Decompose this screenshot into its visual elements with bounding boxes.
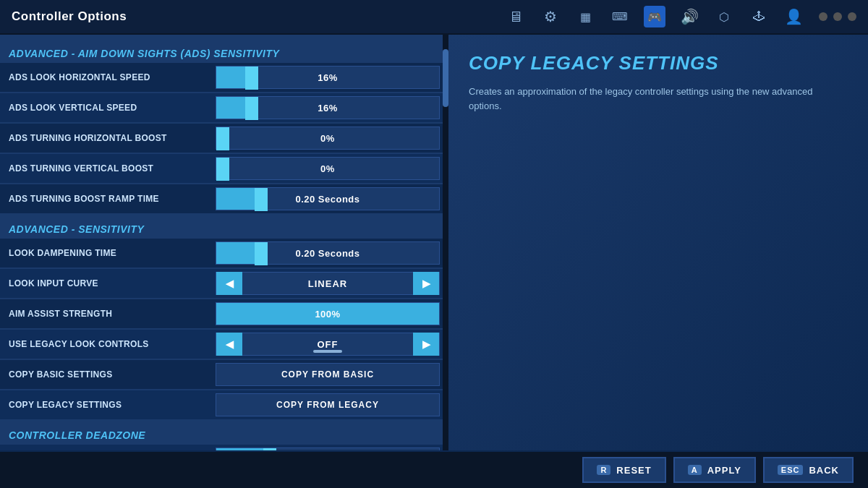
control-aim-assist[interactable]: 100%: [216, 299, 440, 328]
label-ads-vert-boost: ADS TURNING VERTICAL BOOST: [0, 163, 216, 174]
reset-button[interactable]: R RESET: [582, 457, 665, 483]
close-button[interactable]: [848, 12, 856, 21]
window-controls: [819, 12, 856, 21]
section-header-ads: ADVANCED - AIM DOWN SIGHTS (ADS) SENSITI…: [0, 42, 448, 62]
value-ads-vert-boost: 0%: [320, 163, 335, 174]
copy-from-legacy-button[interactable]: COPY FROM LEGACY: [216, 393, 440, 416]
back-key: ESC: [778, 465, 804, 475]
window-title: Controller Options: [12, 9, 505, 24]
minimize-button[interactable]: [819, 12, 827, 21]
row-ads-vert-boost: ADS TURNING VERTICAL BOOST 0%: [0, 153, 448, 183]
arrow-selector-look-input-curve: ◀ LINEAR ▶: [216, 272, 440, 295]
row-look-input-curve: LOOK INPUT CURVE ◀ LINEAR ▶: [0, 268, 448, 298]
slider-ads-horiz-speed[interactable]: 16%: [216, 66, 440, 89]
audio-icon[interactable]: 🔊: [678, 6, 700, 27]
slider-ads-vert-speed[interactable]: 16%: [216, 96, 440, 119]
arrow-right-legacy-look[interactable]: ▶: [413, 333, 439, 356]
control-move-deadzone[interactable]: 24%: [216, 445, 440, 450]
label-look-input-curve: LOOK INPUT CURVE: [0, 278, 216, 288]
display-icon[interactable]: ▦: [574, 6, 596, 27]
arrow-left-look-input[interactable]: ◀: [216, 272, 242, 295]
label-ads-vert-speed: ADS LOOK VERTICAL SPEED: [0, 103, 216, 113]
value-aim-assist: 100%: [315, 309, 340, 320]
row-look-damp: LOOK DAMPENING TIME 0.20 Seconds: [0, 238, 448, 267]
row-ads-horiz-speed: ADS LOOK HORIZONTAL SPEED 16%: [0, 62, 448, 92]
control-look-damp[interactable]: 0.20 Seconds: [216, 239, 440, 267]
scrollbar-thumb[interactable]: [443, 49, 448, 107]
control-copy-legacy[interactable]: COPY FROM LEGACY: [216, 390, 440, 419]
row-copy-legacy: COPY LEGACY SETTINGS COPY FROM LEGACY: [0, 390, 448, 419]
nav-icons: 🖥 ⚙ ▦ ⌨ 🎮 🔊 ⬡ 🕹 👤: [505, 6, 804, 27]
main-content: ADVANCED - AIM DOWN SIGHTS (ADS) SENSITI…: [0, 35, 868, 450]
row-move-deadzone: MOVE STICK DEADZONE 24%: [0, 444, 448, 450]
copy-legacy-title: COPY LEGACY SETTINGS: [469, 52, 848, 74]
arrow-selector-legacy-look: ◀ OFF ▶: [216, 333, 440, 356]
control-ads-boost-ramp[interactable]: 0.20 Seconds: [216, 184, 440, 213]
label-legacy-look: USE LEGACY LOOK CONTROLS: [0, 339, 216, 349]
bottom-bar: R RESET A APPLY ESC BACK: [0, 450, 868, 488]
value-look-input-curve: LINEAR: [242, 278, 413, 289]
keyboard-icon[interactable]: ⌨: [609, 6, 631, 27]
off-indicator: [313, 350, 342, 353]
value-ads-horiz-speed: 16%: [318, 72, 338, 83]
value-look-damp: 0.20 Seconds: [295, 248, 359, 259]
arrow-right-look-input[interactable]: ▶: [413, 272, 439, 295]
label-aim-assist: AIM ASSIST STRENGTH: [0, 309, 216, 319]
gamepad-icon[interactable]: 🕹: [748, 6, 770, 27]
control-ads-vert-boost[interactable]: 0%: [216, 154, 440, 183]
apply-button[interactable]: A APPLY: [673, 457, 756, 483]
settings-icon[interactable]: ⚙: [540, 6, 561, 27]
label-ads-horiz-speed: ADS LOOK HORIZONTAL SPEED: [0, 72, 216, 82]
right-panel: COPY LEGACY SETTINGS Creates an approxim…: [448, 35, 868, 450]
scrollbar-track: [443, 35, 448, 450]
value-ads-vert-speed: 16%: [318, 103, 338, 114]
reset-key: R: [597, 465, 610, 475]
value-ads-boost-ramp: 0.20 Seconds: [295, 194, 359, 205]
slider-move-deadzone[interactable]: 24%: [216, 448, 440, 450]
back-button[interactable]: ESC BACK: [763, 457, 854, 483]
left-panel: ADVANCED - AIM DOWN SIGHTS (ADS) SENSITI…: [0, 35, 448, 450]
value-legacy-look: OFF: [242, 339, 413, 350]
account-icon[interactable]: 👤: [783, 6, 804, 27]
control-copy-basic[interactable]: COPY FROM BASIC: [216, 360, 440, 389]
section-header-sensitivity: ADVANCED - SENSITIVITY: [0, 218, 448, 238]
monitor-icon[interactable]: 🖥: [505, 6, 527, 27]
label-copy-legacy: COPY LEGACY SETTINGS: [0, 400, 216, 410]
back-label: BACK: [809, 465, 839, 476]
network-icon[interactable]: ⬡: [713, 6, 735, 27]
control-legacy-look[interactable]: ◀ OFF ▶: [216, 330, 440, 359]
copy-from-basic-button[interactable]: COPY FROM BASIC: [216, 363, 440, 386]
copy-legacy-desc: Creates an approximation of the legacy c…: [469, 85, 816, 113]
value-ads-horiz-boost: 0%: [320, 133, 335, 144]
full-bar-aim-assist[interactable]: 100%: [216, 302, 440, 325]
slider-ads-horiz-boost[interactable]: 0%: [216, 127, 440, 150]
row-ads-vert-speed: ADS LOOK VERTICAL SPEED 16%: [0, 93, 448, 122]
slider-look-damp[interactable]: 0.20 Seconds: [216, 241, 440, 265]
reset-label: RESET: [616, 465, 651, 476]
apply-key: A: [688, 465, 702, 475]
label-ads-boost-ramp: ADS TURNING BOOST RAMP TIME: [0, 194, 216, 204]
label-copy-basic: COPY BASIC SETTINGS: [0, 369, 216, 380]
label-look-damp: LOOK DAMPENING TIME: [0, 248, 216, 258]
row-legacy-look: USE LEGACY LOOK CONTROLS ◀ OFF ▶: [0, 329, 448, 359]
section-header-deadzone: CONTROLLER DEADZONE: [0, 424, 448, 444]
label-ads-horiz-boost: ADS TURNING HORIZONTAL BOOST: [0, 133, 216, 143]
row-aim-assist: AIM ASSIST STRENGTH 100%: [0, 299, 448, 328]
control-ads-vert-speed[interactable]: 16%: [216, 93, 440, 122]
control-ads-horiz-speed[interactable]: 16%: [216, 63, 440, 92]
arrow-left-legacy-look[interactable]: ◀: [216, 333, 242, 356]
control-ads-horiz-boost[interactable]: 0%: [216, 124, 440, 153]
slider-ads-boost-ramp[interactable]: 0.20 Seconds: [216, 187, 440, 210]
apply-label: APPLY: [707, 465, 741, 476]
row-copy-basic: COPY BASIC SETTINGS COPY FROM BASIC: [0, 359, 448, 389]
slider-ads-vert-boost[interactable]: 0%: [216, 157, 440, 180]
title-bar: Controller Options 🖥 ⚙ ▦ ⌨ 🎮 🔊 ⬡ 🕹 👤: [0, 0, 868, 35]
row-ads-horiz-boost: ADS TURNING HORIZONTAL BOOST 0%: [0, 123, 448, 153]
row-ads-boost-ramp: ADS TURNING BOOST RAMP TIME 0.20 Seconds: [0, 184, 448, 213]
controller-icon[interactable]: 🎮: [644, 6, 665, 27]
control-look-input-curve[interactable]: ◀ LINEAR ▶: [216, 269, 440, 298]
maximize-button[interactable]: [833, 12, 842, 21]
